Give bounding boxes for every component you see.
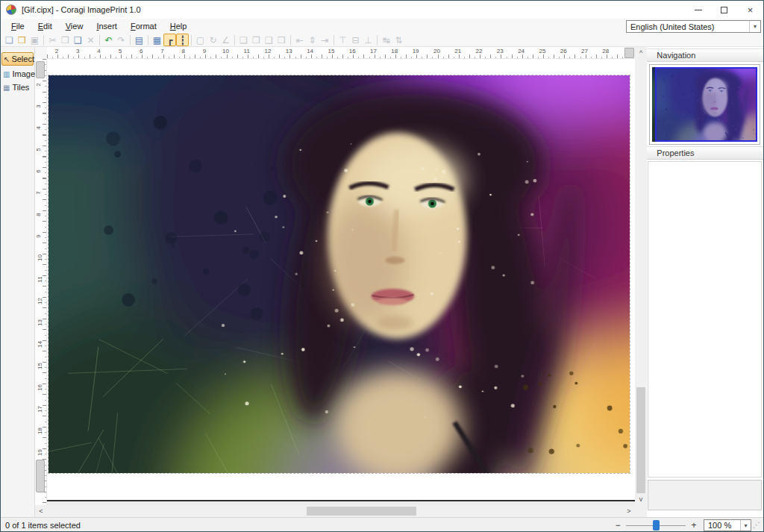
cut-icon[interactable]: ✂ — [46, 34, 59, 46]
save-icon[interactable]: ▣ — [28, 34, 41, 46]
bring-to-front-icon[interactable]: ❑ — [263, 34, 275, 46]
vruler-number: 18 — [37, 428, 43, 434]
align-left-icon[interactable]: ⇤ — [293, 34, 306, 46]
align-top-icon[interactable]: ⊤ — [336, 34, 349, 46]
vertical-scrollbar-thumb[interactable] — [636, 387, 645, 493]
select-region-icon[interactable]: ▢ — [194, 34, 207, 46]
language-select[interactable]: English (United States) ▾ — [626, 20, 761, 33]
zoom-in-button[interactable]: + — [689, 520, 699, 531]
hruler-number: 25 — [538, 48, 546, 54]
align-center-icon[interactable]: ⇕ — [306, 34, 319, 46]
vruler-number: 9 — [35, 234, 42, 237]
new-document-icon[interactable]: ❏ — [3, 34, 16, 46]
delete-icon[interactable]: ✕ — [84, 34, 97, 46]
language-value: English (United States) — [627, 22, 749, 31]
vruler-number: 17 — [37, 406, 43, 413]
send-to-back-icon[interactable]: ❒ — [275, 34, 288, 46]
close-button[interactable]: × — [737, 1, 763, 19]
rotate-icon[interactable]: ↻ — [207, 34, 219, 46]
distribute-vertical-icon[interactable]: ⇅ — [392, 34, 405, 46]
vertical-ruler-toggle-icon[interactable]: ┇ — [176, 34, 189, 46]
print-icon[interactable]: ▤ — [133, 34, 145, 46]
horizontal-ruler-toggle-icon[interactable]: ┏ — [163, 34, 176, 46]
menu-file[interactable]: File — [4, 19, 31, 33]
artwork-image — [48, 75, 630, 473]
scroll-right-button[interactable]: > — [624, 505, 634, 517]
tool-image-button[interactable]: ▥ Image — [1, 67, 34, 81]
hruler-number: 12 — [264, 48, 272, 54]
vruler-number: 10 — [37, 254, 43, 261]
vertical-scrollbar[interactable]: ^ v — [635, 47, 647, 505]
hruler-number: 19 — [412, 48, 420, 54]
menu-edit[interactable]: Edit — [31, 19, 59, 33]
hruler-number: 5 — [118, 48, 122, 54]
maximize-button[interactable] — [711, 1, 737, 19]
toolbar-separator — [334, 35, 334, 46]
toolbar-separator — [43, 35, 44, 46]
vertical-ruler: 2345678910111213141516171819 — [35, 59, 47, 505]
minimize-icon — [695, 10, 702, 10]
tool-tiles-button[interactable]: ▦ Tiles — [1, 81, 34, 94]
vruler-number: 3 — [35, 104, 42, 107]
zoom-slider[interactable] — [626, 519, 686, 531]
vruler-number: 2 — [35, 83, 42, 86]
vruler-number: 6 — [35, 169, 42, 172]
copy-icon[interactable]: ❐ — [59, 34, 72, 46]
panel-footer-box — [648, 480, 762, 510]
tool-select-label: Select — [11, 54, 34, 63]
chevron-down-icon[interactable]: ▾ — [740, 520, 751, 531]
hruler-number: 23 — [496, 48, 504, 54]
selected-image-object[interactable] — [48, 75, 630, 474]
chevron-up-icon: ^ — [639, 49, 642, 57]
scroll-left-button[interactable]: < — [35, 505, 47, 517]
hruler-number: 28 — [601, 48, 610, 54]
tool-select-button[interactable]: ↖ Select — [1, 52, 34, 66]
document-page[interactable] — [47, 59, 635, 505]
horizontal-scrollbar[interactable]: < > — [35, 505, 647, 517]
align-bottom-icon[interactable]: ⊥ — [362, 34, 375, 46]
ruler-corner — [35, 47, 47, 59]
hruler-number: 7 — [160, 48, 164, 54]
undo-icon[interactable]: ↶ — [102, 34, 115, 46]
send-backward-icon[interactable]: ❐ — [250, 34, 263, 46]
menu-help[interactable]: Help — [163, 19, 194, 33]
redo-icon[interactable]: ↷ — [115, 34, 128, 46]
menu-insert[interactable]: Insert — [90, 19, 124, 33]
align-middle-icon[interactable]: ⊟ — [349, 34, 362, 46]
horizontal-ruler-end-box — [624, 48, 634, 58]
menu-format[interactable]: Format — [124, 19, 163, 33]
bring-forward-icon[interactable]: ❏ — [237, 34, 250, 46]
app-window: [Gif.cipx] - Coragi ImagePrint 1.0 × Fil… — [0, 0, 764, 532]
hruler-number: 20 — [433, 48, 441, 54]
properties-panel-header: Properties — [646, 146, 763, 160]
hruler-number: 16 — [348, 48, 357, 54]
scroll-down-button[interactable]: v — [635, 493, 647, 505]
shear-icon[interactable]: ∠ — [219, 34, 232, 46]
grid-icon[interactable]: ▦ — [151, 34, 163, 46]
resize-grip-icon[interactable]: ⋰ — [753, 520, 762, 531]
hruler-number: 11 — [243, 48, 251, 54]
horizontal-ruler: 2345678910111213141516171819202122232425… — [47, 47, 624, 59]
properties-panel-body — [648, 161, 762, 478]
paste-icon[interactable]: ❑ — [72, 34, 84, 46]
hruler-number: 26 — [560, 48, 568, 54]
minimize-button[interactable] — [685, 1, 711, 19]
chevron-down-icon[interactable]: ▾ — [749, 21, 760, 32]
distribute-horizontal-icon[interactable]: ↹ — [380, 34, 392, 46]
navigation-title: Navigation — [657, 51, 695, 60]
scroll-up-button[interactable]: ^ — [635, 47, 647, 59]
vruler-number: 11 — [37, 276, 43, 282]
cursor-icon: ↖ — [4, 55, 10, 63]
zoom-slider-thumb[interactable] — [653, 520, 660, 531]
menu-view[interactable]: View — [59, 19, 90, 33]
zoom-level-value: 100 % — [704, 521, 740, 530]
hruler-number: 18 — [390, 48, 398, 54]
open-icon[interactable]: ❒ — [16, 34, 28, 46]
navigation-viewport-overlay[interactable] — [655, 67, 757, 142]
zoom-out-button[interactable]: − — [613, 520, 623, 531]
hruler-number: 9 — [202, 48, 207, 54]
horizontal-scrollbar-thumb[interactable] — [307, 507, 416, 516]
zoom-level-select[interactable]: 100 % ▾ — [704, 519, 751, 531]
align-right-icon[interactable]: ⇥ — [319, 34, 331, 46]
hruler-number: 22 — [475, 48, 483, 54]
